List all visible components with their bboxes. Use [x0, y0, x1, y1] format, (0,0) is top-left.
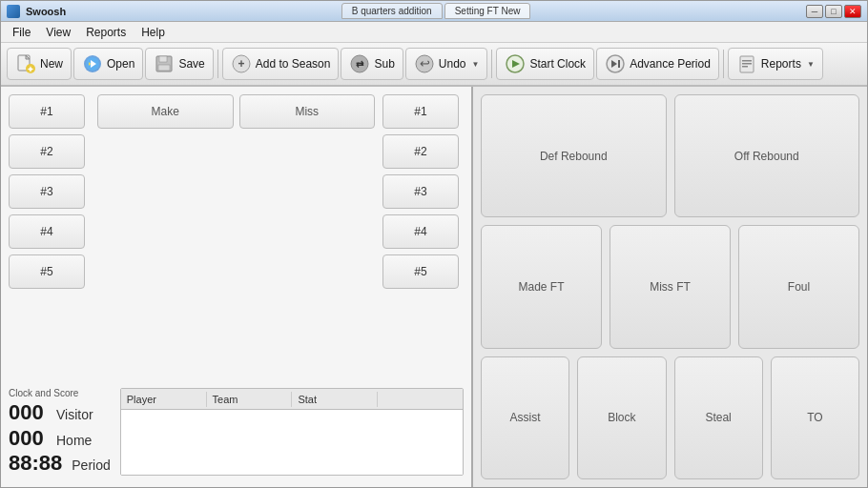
- action-row-3: Assist Block Steal TO: [481, 356, 859, 479]
- visitor-score-row: 000 Visitor: [9, 400, 111, 425]
- spacer-1: [97, 134, 375, 169]
- players-area: #1 #2 #3 #4 #5 Make Miss: [9, 94, 464, 382]
- menu-view[interactable]: View: [38, 24, 78, 41]
- add-to-season-button[interactable]: + Add to Season: [222, 48, 340, 80]
- sub-icon: ⇄: [349, 53, 370, 74]
- stats-table: Player Team Stat: [120, 388, 464, 476]
- toolbar: ✦ New Open: [1, 43, 867, 87]
- title-tab-2[interactable]: Setting FT New: [444, 3, 531, 19]
- advance-period-button[interactable]: Advance Period: [596, 48, 719, 80]
- svg-rect-25: [742, 66, 748, 68]
- app-icon: [7, 5, 20, 18]
- svg-text:⇄: ⇄: [356, 59, 364, 70]
- start-clock-icon: [505, 53, 526, 74]
- visitor-player-2[interactable]: #2: [382, 134, 459, 169]
- undo-button[interactable]: ↩ Undo ▼: [405, 48, 488, 80]
- def-rebound-button[interactable]: Def Rebound: [481, 94, 667, 217]
- app-title: Swoosh: [26, 6, 66, 17]
- stats-col-stat: Stat: [292, 392, 378, 407]
- clock-score-label: Clock and Score: [9, 388, 111, 398]
- advance-period-icon: [605, 53, 626, 74]
- home-player-1[interactable]: #1: [9, 94, 85, 129]
- stats-col-extra: [378, 397, 463, 401]
- save-button[interactable]: Save: [145, 48, 213, 80]
- svg-rect-24: [742, 63, 752, 65]
- to-button[interactable]: TO: [771, 356, 859, 479]
- save-icon: [154, 53, 175, 74]
- title-tab-1[interactable]: B quarters addition: [341, 3, 443, 19]
- visitor-player-5[interactable]: #5: [382, 254, 459, 289]
- clock-score-area: Clock and Score 000 Visitor 000 Home 88:…: [9, 382, 464, 479]
- undo-label: Undo: [439, 57, 466, 71]
- home-score: 000: [9, 426, 47, 451]
- close-button[interactable]: ✕: [844, 5, 861, 18]
- reports-dropdown-arrow[interactable]: ▼: [807, 60, 815, 69]
- visitor-team-column: #1 #2 #3 #4 #5: [382, 94, 464, 382]
- right-panel: Def Rebound Off Rebound Made FT Miss FT …: [473, 87, 867, 487]
- main-content: #1 #2 #3 #4 #5 Make Miss: [1, 87, 867, 487]
- new-icon: ✦: [15, 53, 36, 74]
- stats-table-header: Player Team Stat: [121, 389, 463, 410]
- separator-2: [491, 50, 492, 78]
- home-label: Home: [56, 433, 92, 449]
- menu-file[interactable]: File: [5, 24, 38, 41]
- home-player-2[interactable]: #2: [9, 134, 85, 169]
- reports-button[interactable]: Reports ▼: [728, 48, 823, 80]
- sub-label: Sub: [374, 57, 394, 71]
- minimize-button[interactable]: ─: [806, 5, 823, 18]
- advance-period-label: Advance Period: [630, 57, 711, 71]
- start-clock-button[interactable]: Start Clock: [496, 48, 594, 80]
- miss-ft-button[interactable]: Miss FT: [610, 225, 731, 348]
- start-clock-label: Start Clock: [529, 57, 586, 71]
- stats-table-body: [121, 410, 463, 475]
- make-button[interactable]: Make: [97, 94, 234, 129]
- spacer-3: [97, 214, 375, 249]
- undo-dropdown-arrow[interactable]: ▼: [472, 60, 480, 69]
- left-panel: #1 #2 #3 #4 #5 Make Miss: [1, 87, 473, 487]
- add-to-season-label: Add to Season: [256, 57, 331, 71]
- save-label: Save: [178, 57, 204, 71]
- period-time: 88:88: [9, 451, 62, 476]
- svg-text:+: +: [238, 57, 244, 71]
- home-player-4[interactable]: #4: [9, 214, 85, 249]
- off-rebound-button[interactable]: Off Rebound: [674, 94, 860, 217]
- svg-text:↩: ↩: [419, 56, 429, 71]
- separator-1: [217, 50, 218, 78]
- undo-icon: ↩: [414, 53, 435, 74]
- visitor-label: Visitor: [56, 407, 93, 423]
- title-tabs: B quarters addition Setting FT New: [341, 3, 531, 19]
- made-ft-button[interactable]: Made FT: [481, 225, 602, 348]
- add-to-season-icon: +: [231, 53, 252, 74]
- visitor-player-1[interactable]: #1: [382, 94, 459, 129]
- svg-text:✦: ✦: [27, 65, 34, 74]
- home-player-3[interactable]: #3: [9, 174, 85, 209]
- open-button[interactable]: Open: [73, 48, 143, 80]
- score-section: Clock and Score 000 Visitor 000 Home 88:…: [9, 388, 111, 476]
- miss-button[interactable]: Miss: [239, 94, 376, 129]
- separator-3: [723, 50, 724, 78]
- visitor-player-4[interactable]: #4: [382, 214, 459, 249]
- open-label: Open: [107, 57, 134, 71]
- menu-bar: File View Reports Help: [1, 22, 867, 43]
- stats-col-player: Player: [121, 392, 207, 407]
- sub-button[interactable]: ⇄ Sub: [341, 48, 403, 80]
- foul-button[interactable]: Foul: [738, 225, 859, 348]
- menu-help[interactable]: Help: [134, 24, 173, 41]
- maximize-button[interactable]: □: [825, 5, 842, 18]
- svg-rect-10: [158, 65, 170, 71]
- menu-reports[interactable]: Reports: [78, 24, 134, 41]
- assist-button[interactable]: Assist: [481, 356, 569, 479]
- steal-button[interactable]: Steal: [674, 356, 763, 479]
- visitor-player-3[interactable]: #3: [382, 174, 459, 209]
- window-controls: ─ □ ✕: [806, 5, 861, 18]
- spacer-4: [97, 254, 375, 289]
- block-button[interactable]: Block: [577, 356, 666, 479]
- svg-rect-21: [618, 60, 620, 68]
- visitor-score: 000: [9, 400, 47, 425]
- stats-col-team: Team: [207, 392, 293, 407]
- new-label: New: [40, 57, 63, 71]
- home-player-5[interactable]: #5: [9, 254, 85, 289]
- make-miss-row: Make Miss: [97, 94, 375, 129]
- make-miss-column: Make Miss: [97, 94, 375, 382]
- new-button[interactable]: ✦ New: [7, 48, 72, 80]
